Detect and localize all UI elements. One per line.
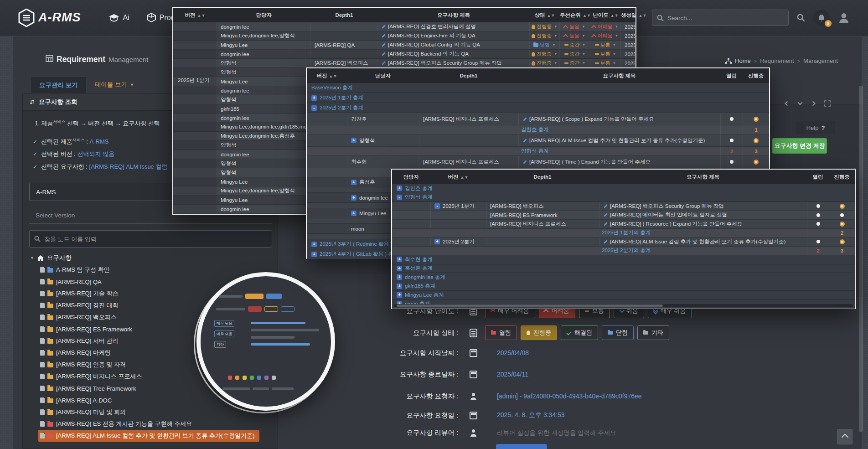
horizontal-scrollbar[interactable] <box>394 304 853 307</box>
table-row[interactable]: 김찬호 총계 1 <box>307 125 769 134</box>
table-row[interactable]: BaseVersion 총계 <box>307 83 769 93</box>
table-row[interactable]: dongmin lee 총계 17 14 <box>392 273 855 282</box>
difficulty-dropdown[interactable]: 보통▼ <box>595 60 616 67</box>
edit-pencil-icon[interactable] <box>522 160 527 165</box>
edit-pencil-icon[interactable] <box>603 222 608 227</box>
status-dropdown[interactable]: 진행중▼ <box>532 32 558 39</box>
column-header-version[interactable]: 버전▲▼ <box>307 72 347 79</box>
table-row[interactable]: Mingyu Lee 총계 3 <box>392 291 855 300</box>
help-button[interactable]: Help? <box>796 121 835 134</box>
expand-toggle-icon[interactable] <box>397 266 402 271</box>
table-row[interactable]: 김찬호 [ARMS-REQ] 비지니스 프로세스 [ARMS-REQ] ( Sc… <box>307 113 769 125</box>
table-row[interactable]: 최수현 총계 1 <box>392 255 855 264</box>
save-requirement-button[interactable]: 요구사항 변경 저장 <box>772 138 827 154</box>
edit-pencil-icon[interactable] <box>603 239 608 244</box>
table-row[interactable]: dongmin lee [ARMS-REQ] 신경호 변리사님께 설명 진행중▼… <box>173 22 636 31</box>
edit-pencil-icon[interactable] <box>381 24 386 29</box>
table-row[interactable]: Mingyu Lee [ARMS-REQ] QA [ARMS-REQ] Glob… <box>173 41 636 50</box>
expand-toggle-icon[interactable] <box>351 211 356 216</box>
table-row[interactable]: 김찬호 총계 1 <box>392 184 855 193</box>
status-option-button[interactable]: 닫힘 <box>602 325 634 340</box>
priority-dropdown[interactable]: 높음▼ <box>564 23 585 30</box>
tree-search-input[interactable] <box>44 236 267 243</box>
chevron-right-icon[interactable] <box>811 100 817 107</box>
field-value[interactable]: 2025. 4. 8. 오후 3:34:53 <box>497 411 565 419</box>
edit-pencil-icon[interactable] <box>381 52 386 57</box>
column-header-version[interactable]: 버전▲▼ <box>430 174 486 181</box>
edit-pencil-icon[interactable] <box>522 117 527 122</box>
reviewer-input[interactable] <box>497 429 688 436</box>
table-row[interactable]: [ARMS-REQ] ES Framework [ARMS-REQ] 데이터는 … <box>392 211 855 220</box>
expand-toggle-icon[interactable] <box>351 180 356 185</box>
breadcrumb-item[interactable]: Requirement <box>760 57 794 64</box>
breadcrumb-home[interactable]: Home <box>735 57 751 64</box>
edit-pencil-icon[interactable] <box>603 212 608 217</box>
expand-toggle-icon[interactable] <box>397 292 402 298</box>
field-value[interactable]: 2025/04/08 <box>497 349 529 356</box>
status-dropdown[interactable]: 닫힘▼ <box>533 41 556 48</box>
status-option-button[interactable]: 진행중 <box>521 325 557 340</box>
status-option-button[interactable]: 해결됨 <box>561 325 598 340</box>
column-header-created[interactable]: 생성일▲▼ <box>621 12 646 19</box>
difficulty-dropdown[interactable]: 어려움▼ <box>593 32 619 39</box>
field-value[interactable]: 2025/04/11 <box>497 371 528 378</box>
edit-pencil-icon[interactable] <box>381 33 386 38</box>
difficulty-dropdown[interactable]: 보통▼ <box>595 41 616 48</box>
notification-button[interactable]: 3 <box>813 10 830 26</box>
table-row[interactable]: Mingyu Lee,dongmin lee,양형석 [ARMS-REQ] En… <box>173 31 636 41</box>
tab-requirement-view[interactable]: 요구관리 보기 <box>31 77 87 93</box>
reviewer-assign-button[interactable] <box>496 444 547 449</box>
status-option-button[interactable]: 열림 <box>485 325 517 340</box>
app-logo[interactable]: A-RMS <box>18 9 81 27</box>
user-icon[interactable] <box>838 12 850 24</box>
priority-dropdown[interactable]: 중간▼ <box>564 60 586 67</box>
edit-pencil-icon[interactable] <box>522 138 527 143</box>
table-row[interactable]: 양형석 [ARMS-REQ] 백오피스 [ARMS-REQ] 백오피스 Secu… <box>173 59 636 68</box>
table-row[interactable]: 2025년 2분기의 총계 2 3 <box>392 247 855 256</box>
expand-toggle-icon[interactable] <box>397 274 402 280</box>
expand-toggle-icon[interactable] <box>397 284 402 289</box>
status-option-button[interactable]: 기타 <box>637 325 669 340</box>
global-search-input[interactable] <box>667 15 784 21</box>
expand-toggle-icon[interactable] <box>397 257 402 262</box>
edit-pencil-icon[interactable] <box>381 61 386 66</box>
table-row[interactable]: 최수현 [ARMS-REQ] 비지니스 프로세스 [ARMS-REQ] ( Ti… <box>307 156 769 168</box>
status-dropdown[interactable]: 진행중▼ <box>532 60 558 67</box>
table-row[interactable]: 2025년 2분기 총계 20 20 <box>307 103 769 113</box>
expand-toggle-icon[interactable] <box>397 186 402 191</box>
table-row[interactable]: 2025년 1분기 [ARMS-REQ] 백오피스 [ARMS-REQ] 백오피… <box>392 202 855 211</box>
priority-dropdown[interactable]: 중간▼ <box>564 41 586 48</box>
edit-pencil-icon[interactable] <box>381 42 386 47</box>
table-row[interactable]: 홍성훈 총계 1 2 <box>392 264 855 274</box>
table-row[interactable]: 양형석 총계 2 3 <box>307 147 769 156</box>
expand-toggle-icon[interactable] <box>311 252 317 257</box>
tab-table-view[interactable]: 테이블 보기▼ <box>87 77 142 93</box>
scroll-to-top-button[interactable] <box>837 429 852 444</box>
difficulty-dropdown[interactable]: 어려움▼ <box>593 23 619 30</box>
table-row[interactable]: gkfn185 총계 1 <box>392 282 855 291</box>
nav-item-ai[interactable]: Ai <box>108 14 129 22</box>
table-row[interactable]: 양형석 [ARMS-REQ] ALM Issue 컬럼 추가 및 현황관리 보기… <box>307 134 769 147</box>
table-row[interactable]: 2025년 2분기 [ARMS-REQ] ALM Issue 컬럼 추가 및 현… <box>392 237 855 247</box>
chevron-left-icon[interactable] <box>783 100 790 107</box>
table-row[interactable]: 양형석 총계 2 5 <box>392 193 855 202</box>
table-row[interactable]: 2025년 1분기 총계 8 <box>307 93 769 103</box>
column-header-status[interactable]: 상태▲▼ <box>530 12 560 19</box>
tree-item[interactable]: A-RMS 팀 구성 확인 <box>40 264 274 276</box>
column-header-difficulty[interactable]: 난이도▲▼ <box>590 12 621 19</box>
priority-dropdown[interactable]: 높음▼ <box>564 32 585 39</box>
status-dropdown[interactable]: 진행중▼ <box>532 23 558 30</box>
column-header-version[interactable]: 버전▲▼ <box>173 12 217 19</box>
chevron-down-icon[interactable] <box>797 100 803 107</box>
column-header-priority[interactable]: 우선순위▲▼ <box>560 12 590 19</box>
expand-toggle-icon[interactable] <box>434 203 440 209</box>
status-dropdown[interactable]: 진행중▼ <box>532 51 558 57</box>
expand-toggle-icon[interactable] <box>351 195 356 201</box>
expand-toggle-icon[interactable] <box>311 95 317 101</box>
expand-toggle-icon[interactable] <box>311 242 317 247</box>
search-submit-icon[interactable] <box>797 14 805 22</box>
priority-dropdown[interactable]: 중간▼ <box>564 51 586 57</box>
expand-toggle-icon[interactable] <box>311 105 317 111</box>
expand-toggle-icon[interactable] <box>351 138 356 143</box>
table-row[interactable]: 2025년 1분기의 총계 2 <box>392 229 855 238</box>
